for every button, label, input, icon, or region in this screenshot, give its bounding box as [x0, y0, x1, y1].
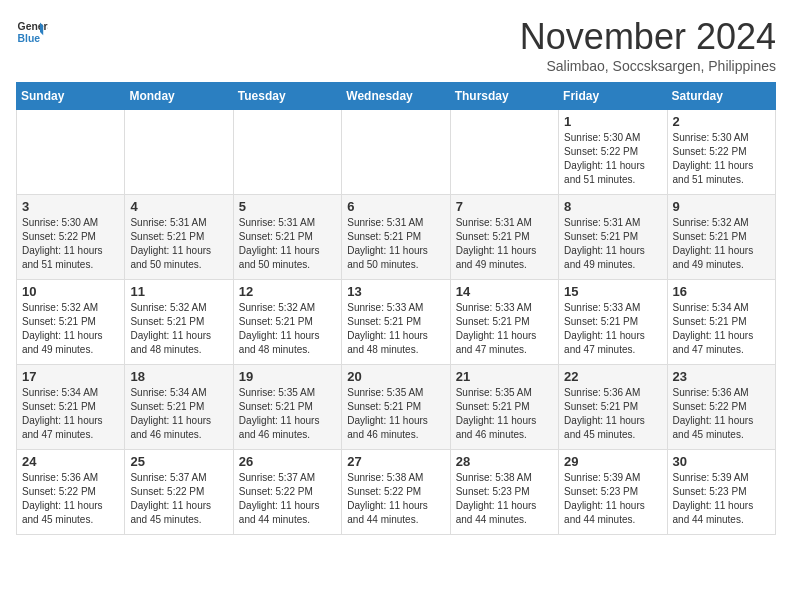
day-info: Sunrise: 5:32 AM Sunset: 5:21 PM Dayligh… — [673, 216, 770, 272]
calendar-cell: 25Sunrise: 5:37 AM Sunset: 5:22 PM Dayli… — [125, 450, 233, 535]
day-info: Sunrise: 5:31 AM Sunset: 5:21 PM Dayligh… — [239, 216, 336, 272]
day-info: Sunrise: 5:32 AM Sunset: 5:21 PM Dayligh… — [22, 301, 119, 357]
logo-icon: General Blue — [16, 16, 48, 48]
day-info: Sunrise: 5:39 AM Sunset: 5:23 PM Dayligh… — [564, 471, 661, 527]
calendar-cell: 1Sunrise: 5:30 AM Sunset: 5:22 PM Daylig… — [559, 110, 667, 195]
day-info: Sunrise: 5:32 AM Sunset: 5:21 PM Dayligh… — [130, 301, 227, 357]
day-info: Sunrise: 5:31 AM Sunset: 5:21 PM Dayligh… — [130, 216, 227, 272]
day-info: Sunrise: 5:35 AM Sunset: 5:21 PM Dayligh… — [456, 386, 553, 442]
day-number: 10 — [22, 284, 119, 299]
svg-text:Blue: Blue — [18, 33, 41, 44]
calendar-cell: 18Sunrise: 5:34 AM Sunset: 5:21 PM Dayli… — [125, 365, 233, 450]
calendar-cell: 2Sunrise: 5:30 AM Sunset: 5:22 PM Daylig… — [667, 110, 775, 195]
calendar-cell — [450, 110, 558, 195]
weekday-header-row: SundayMondayTuesdayWednesdayThursdayFrid… — [17, 83, 776, 110]
calendar-cell: 3Sunrise: 5:30 AM Sunset: 5:22 PM Daylig… — [17, 195, 125, 280]
calendar-cell: 19Sunrise: 5:35 AM Sunset: 5:21 PM Dayli… — [233, 365, 341, 450]
calendar-cell: 29Sunrise: 5:39 AM Sunset: 5:23 PM Dayli… — [559, 450, 667, 535]
calendar-cell: 7Sunrise: 5:31 AM Sunset: 5:21 PM Daylig… — [450, 195, 558, 280]
day-number: 16 — [673, 284, 770, 299]
calendar-cell: 17Sunrise: 5:34 AM Sunset: 5:21 PM Dayli… — [17, 365, 125, 450]
day-info: Sunrise: 5:36 AM Sunset: 5:22 PM Dayligh… — [673, 386, 770, 442]
day-info: Sunrise: 5:32 AM Sunset: 5:21 PM Dayligh… — [239, 301, 336, 357]
day-info: Sunrise: 5:34 AM Sunset: 5:21 PM Dayligh… — [673, 301, 770, 357]
calendar-cell: 8Sunrise: 5:31 AM Sunset: 5:21 PM Daylig… — [559, 195, 667, 280]
calendar-cell: 16Sunrise: 5:34 AM Sunset: 5:21 PM Dayli… — [667, 280, 775, 365]
day-number: 15 — [564, 284, 661, 299]
calendar-cell: 27Sunrise: 5:38 AM Sunset: 5:22 PM Dayli… — [342, 450, 450, 535]
day-info: Sunrise: 5:37 AM Sunset: 5:22 PM Dayligh… — [239, 471, 336, 527]
calendar-cell: 30Sunrise: 5:39 AM Sunset: 5:23 PM Dayli… — [667, 450, 775, 535]
day-info: Sunrise: 5:38 AM Sunset: 5:23 PM Dayligh… — [456, 471, 553, 527]
day-number: 4 — [130, 199, 227, 214]
day-number: 19 — [239, 369, 336, 384]
day-number: 12 — [239, 284, 336, 299]
day-number: 20 — [347, 369, 444, 384]
calendar-week-5: 24Sunrise: 5:36 AM Sunset: 5:22 PM Dayli… — [17, 450, 776, 535]
day-info: Sunrise: 5:39 AM Sunset: 5:23 PM Dayligh… — [673, 471, 770, 527]
weekday-header-wednesday: Wednesday — [342, 83, 450, 110]
calendar-cell: 21Sunrise: 5:35 AM Sunset: 5:21 PM Dayli… — [450, 365, 558, 450]
day-info: Sunrise: 5:30 AM Sunset: 5:22 PM Dayligh… — [22, 216, 119, 272]
day-number: 2 — [673, 114, 770, 129]
day-number: 21 — [456, 369, 553, 384]
calendar-cell: 24Sunrise: 5:36 AM Sunset: 5:22 PM Dayli… — [17, 450, 125, 535]
weekday-header-thursday: Thursday — [450, 83, 558, 110]
day-info: Sunrise: 5:33 AM Sunset: 5:21 PM Dayligh… — [456, 301, 553, 357]
day-number: 5 — [239, 199, 336, 214]
calendar-cell: 12Sunrise: 5:32 AM Sunset: 5:21 PM Dayli… — [233, 280, 341, 365]
day-info: Sunrise: 5:35 AM Sunset: 5:21 PM Dayligh… — [347, 386, 444, 442]
day-number: 13 — [347, 284, 444, 299]
calendar-cell: 20Sunrise: 5:35 AM Sunset: 5:21 PM Dayli… — [342, 365, 450, 450]
calendar-cell: 11Sunrise: 5:32 AM Sunset: 5:21 PM Dayli… — [125, 280, 233, 365]
calendar-cell: 22Sunrise: 5:36 AM Sunset: 5:21 PM Dayli… — [559, 365, 667, 450]
calendar-week-4: 17Sunrise: 5:34 AM Sunset: 5:21 PM Dayli… — [17, 365, 776, 450]
day-info: Sunrise: 5:33 AM Sunset: 5:21 PM Dayligh… — [347, 301, 444, 357]
day-info: Sunrise: 5:31 AM Sunset: 5:21 PM Dayligh… — [456, 216, 553, 272]
calendar-cell — [233, 110, 341, 195]
month-title: November 2024 — [520, 16, 776, 58]
day-number: 25 — [130, 454, 227, 469]
day-info: Sunrise: 5:30 AM Sunset: 5:22 PM Dayligh… — [673, 131, 770, 187]
calendar-cell: 14Sunrise: 5:33 AM Sunset: 5:21 PM Dayli… — [450, 280, 558, 365]
calendar-cell: 6Sunrise: 5:31 AM Sunset: 5:21 PM Daylig… — [342, 195, 450, 280]
day-number: 9 — [673, 199, 770, 214]
calendar-header: SundayMondayTuesdayWednesdayThursdayFrid… — [17, 83, 776, 110]
day-info: Sunrise: 5:35 AM Sunset: 5:21 PM Dayligh… — [239, 386, 336, 442]
calendar-cell: 23Sunrise: 5:36 AM Sunset: 5:22 PM Dayli… — [667, 365, 775, 450]
day-number: 24 — [22, 454, 119, 469]
day-number: 23 — [673, 369, 770, 384]
day-number: 28 — [456, 454, 553, 469]
weekday-header-monday: Monday — [125, 83, 233, 110]
day-number: 11 — [130, 284, 227, 299]
day-info: Sunrise: 5:30 AM Sunset: 5:22 PM Dayligh… — [564, 131, 661, 187]
day-info: Sunrise: 5:33 AM Sunset: 5:21 PM Dayligh… — [564, 301, 661, 357]
weekday-header-saturday: Saturday — [667, 83, 775, 110]
calendar-cell: 10Sunrise: 5:32 AM Sunset: 5:21 PM Dayli… — [17, 280, 125, 365]
day-number: 17 — [22, 369, 119, 384]
calendar-body: 1Sunrise: 5:30 AM Sunset: 5:22 PM Daylig… — [17, 110, 776, 535]
day-number: 22 — [564, 369, 661, 384]
weekday-header-tuesday: Tuesday — [233, 83, 341, 110]
calendar-cell: 28Sunrise: 5:38 AM Sunset: 5:23 PM Dayli… — [450, 450, 558, 535]
calendar-cell — [125, 110, 233, 195]
day-info: Sunrise: 5:38 AM Sunset: 5:22 PM Dayligh… — [347, 471, 444, 527]
calendar-week-3: 10Sunrise: 5:32 AM Sunset: 5:21 PM Dayli… — [17, 280, 776, 365]
svg-text:General: General — [18, 21, 48, 32]
weekday-header-friday: Friday — [559, 83, 667, 110]
location-subtitle: Salimbao, Soccsksargen, Philippines — [520, 58, 776, 74]
day-info: Sunrise: 5:34 AM Sunset: 5:21 PM Dayligh… — [22, 386, 119, 442]
calendar-cell: 15Sunrise: 5:33 AM Sunset: 5:21 PM Dayli… — [559, 280, 667, 365]
calendar-cell: 26Sunrise: 5:37 AM Sunset: 5:22 PM Dayli… — [233, 450, 341, 535]
weekday-header-sunday: Sunday — [17, 83, 125, 110]
calendar-cell — [17, 110, 125, 195]
day-info: Sunrise: 5:31 AM Sunset: 5:21 PM Dayligh… — [564, 216, 661, 272]
calendar-cell: 5Sunrise: 5:31 AM Sunset: 5:21 PM Daylig… — [233, 195, 341, 280]
calendar-cell: 9Sunrise: 5:32 AM Sunset: 5:21 PM Daylig… — [667, 195, 775, 280]
calendar-week-2: 3Sunrise: 5:30 AM Sunset: 5:22 PM Daylig… — [17, 195, 776, 280]
day-number: 8 — [564, 199, 661, 214]
calendar-cell — [342, 110, 450, 195]
day-number: 3 — [22, 199, 119, 214]
day-number: 29 — [564, 454, 661, 469]
day-info: Sunrise: 5:36 AM Sunset: 5:22 PM Dayligh… — [22, 471, 119, 527]
